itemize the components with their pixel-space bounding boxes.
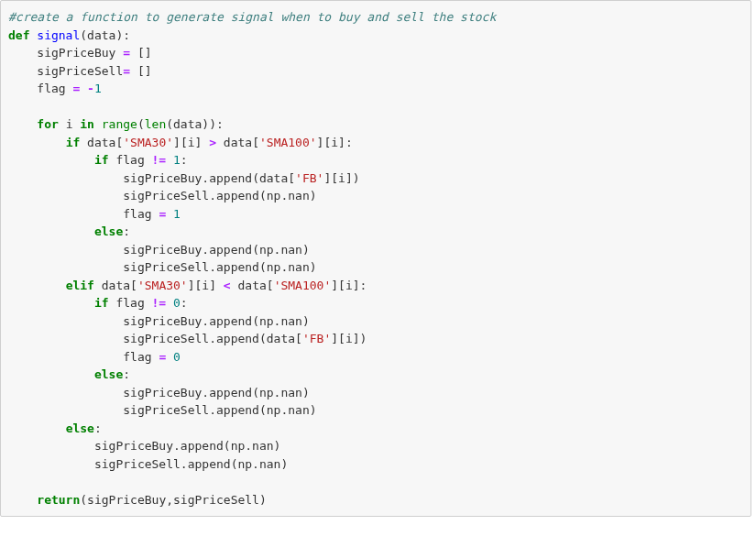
append: .append <box>209 189 259 202</box>
append: .append <box>202 243 252 257</box>
np-nan: np.nan <box>237 457 280 471</box>
np-nan: np.nan <box>231 439 274 453</box>
append: .append <box>209 332 259 345</box>
neg: - <box>87 82 94 95</box>
append: .append <box>209 403 259 417</box>
code-cell[interactable]: #create a function to generate signal wh… <box>0 0 751 517</box>
paren-close: ) <box>310 260 317 274</box>
append: .append <box>202 314 252 328</box>
kw-else: else <box>94 224 123 238</box>
lit-1: 1 <box>94 82 102 95</box>
paren-close: ) <box>259 493 267 507</box>
var-sigsell: sigPriceSell <box>94 457 181 471</box>
paren-open: ( <box>259 403 267 417</box>
bracket-open: [ <box>295 332 302 345</box>
paren-close: ) <box>302 243 310 257</box>
data-var: data <box>224 136 252 149</box>
append: .append <box>209 260 259 274</box>
paren-close: ) <box>353 171 360 185</box>
colon: : <box>123 28 130 42</box>
append: .append <box>202 171 252 185</box>
bracket-close: ] <box>173 136 181 149</box>
var-flag: flag <box>123 207 151 221</box>
data-var: data <box>238 279 267 292</box>
kw-if: if <box>66 136 81 149</box>
paren-close: ) <box>280 457 288 471</box>
bracket-close: ] <box>188 279 195 292</box>
str-sma30: 'SMA30' <box>123 136 173 149</box>
op-eq: = <box>159 350 166 364</box>
append: .append <box>202 386 252 399</box>
var-i: i <box>66 117 73 131</box>
paren-open: ( <box>137 117 145 131</box>
colon: : <box>345 136 353 149</box>
str-sma30: 'SMA30' <box>137 279 188 292</box>
append: .append <box>181 457 231 471</box>
bracket-close: ] <box>353 332 360 345</box>
paren-open: ( <box>166 117 173 131</box>
var-sigbuy: sigPriceBuy <box>94 439 173 453</box>
kw-return: return <box>37 493 80 507</box>
paren-open: ( <box>224 439 231 453</box>
var-sigbuy: sigPriceBuy <box>37 46 115 60</box>
bracket-open: [ <box>130 279 137 292</box>
var-i: i <box>345 332 353 345</box>
bracket-close: ] <box>338 136 345 149</box>
var-sigsell: sigPriceSell <box>123 260 209 274</box>
var-sigbuy: sigPriceBuy <box>123 243 202 257</box>
lit-1: 1 <box>173 207 181 221</box>
lit-empty: [] <box>137 64 152 78</box>
kw-def: def <box>8 28 29 42</box>
op-eq: = <box>159 207 166 221</box>
lit-0: 0 <box>173 296 181 310</box>
paren-close: ) <box>202 117 209 131</box>
data-var: data <box>259 171 288 185</box>
var-sigsell: sigPriceSell <box>123 403 209 417</box>
var-sigbuy: sigPriceBuy <box>123 171 202 185</box>
paren-open: ( <box>259 332 267 345</box>
var-sigbuy: sigPriceBuy <box>87 493 166 507</box>
op-ne: != <box>152 296 167 310</box>
var-i: i <box>202 279 209 292</box>
op-eq: = <box>123 46 130 60</box>
fn-range: range <box>102 117 137 131</box>
fn-len: len <box>145 117 166 131</box>
kw-in: in <box>80 117 94 131</box>
paren-close: ) <box>302 386 310 399</box>
var-sigsell: sigPriceSell <box>173 493 259 507</box>
var-i: i <box>345 279 353 292</box>
param: data <box>87 28 115 42</box>
paren-close: ) <box>302 314 310 328</box>
append: .append <box>173 439 224 453</box>
str-sma100: 'SMA100' <box>259 136 317 149</box>
var-i: i <box>331 136 338 149</box>
code-block: #create a function to generate signal wh… <box>8 8 743 509</box>
op-ne: != <box>152 153 167 167</box>
bracket-close: ] <box>195 136 203 149</box>
paren-close: ) <box>310 403 317 417</box>
bracket-open: [ <box>338 279 345 292</box>
var-i: i <box>338 171 345 185</box>
lit-empty: [] <box>137 46 152 60</box>
paren-open: ( <box>80 493 87 507</box>
data-var: data <box>102 279 130 292</box>
var-sigsell: sigPriceSell <box>123 189 209 202</box>
np-nan: np.nan <box>267 403 310 417</box>
bracket-open: [ <box>267 279 274 292</box>
paren-open: ( <box>259 189 267 202</box>
np-nan: np.nan <box>267 260 310 274</box>
paren-close: ) <box>310 189 317 202</box>
kw-if: if <box>94 296 109 310</box>
str-fb: 'FB' <box>302 332 331 345</box>
var-flag: flag <box>115 153 144 167</box>
op-eq: = <box>123 64 130 78</box>
bracket-open: [ <box>181 136 188 149</box>
paren-open: ( <box>252 243 259 257</box>
kw-elif: elif <box>66 279 94 292</box>
var-i: i <box>188 136 195 149</box>
np-nan: np.nan <box>259 314 302 328</box>
kw-for: for <box>37 117 58 131</box>
var-sigbuy: sigPriceBuy <box>123 314 202 328</box>
var-sigsell: sigPriceSell <box>123 332 209 345</box>
data-var: data <box>267 332 295 345</box>
